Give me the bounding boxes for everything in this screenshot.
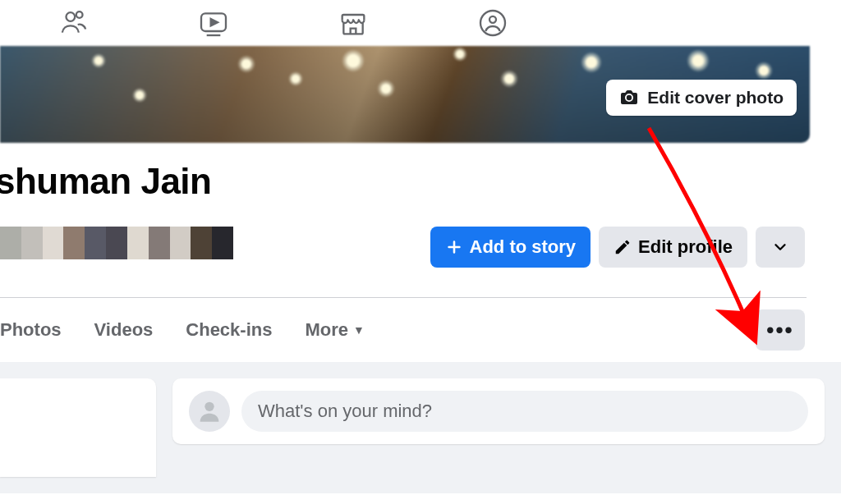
edit-profile-label: Edit profile <box>638 236 733 258</box>
edit-profile-button[interactable]: Edit profile <box>599 227 747 268</box>
marketplace-icon[interactable] <box>337 7 370 39</box>
left-card <box>0 378 156 477</box>
profile-tabs: Photos Videos Check-ins More ▼ ••• <box>0 298 841 362</box>
content-area: What's on your mind? <box>0 362 841 493</box>
groups-icon[interactable] <box>476 7 509 39</box>
ellipsis-button[interactable]: ••• <box>756 309 805 351</box>
person-icon <box>195 397 223 425</box>
top-nav <box>0 0 841 46</box>
tab-photos[interactable]: Photos <box>0 298 78 362</box>
add-to-story-label: Add to story <box>470 236 577 258</box>
svg-point-4 <box>489 16 496 23</box>
tab-more[interactable]: More ▼ <box>288 298 380 362</box>
friends-icon[interactable] <box>57 7 90 39</box>
caret-down-icon: ▼ <box>353 323 365 337</box>
pencil-icon <box>614 238 632 256</box>
more-actions-button[interactable] <box>756 227 805 268</box>
tab-videos[interactable]: Videos <box>78 298 170 362</box>
composer-card: What's on your mind? <box>172 378 825 444</box>
composer-placeholder: What's on your mind? <box>258 401 432 422</box>
tab-checkins[interactable]: Check-ins <box>169 298 288 362</box>
edit-cover-label: Edit cover photo <box>647 88 784 108</box>
svg-point-0 <box>67 12 76 21</box>
plus-icon <box>445 238 463 256</box>
svg-point-5 <box>205 402 214 411</box>
profile-header: shuman Jain Add to story Edit profile Ph… <box>0 143 841 362</box>
avatar <box>189 391 230 432</box>
watch-icon[interactable] <box>197 7 230 39</box>
svg-point-1 <box>76 11 83 18</box>
camera-icon <box>619 88 639 108</box>
chevron-down-icon <box>771 238 789 256</box>
redacted-strip <box>0 227 233 259</box>
add-to-story-button[interactable]: Add to story <box>430 227 591 268</box>
composer-input[interactable]: What's on your mind? <box>241 391 808 432</box>
edit-cover-button[interactable]: Edit cover photo <box>606 80 797 116</box>
profile-name: shuman Jain <box>0 161 841 202</box>
